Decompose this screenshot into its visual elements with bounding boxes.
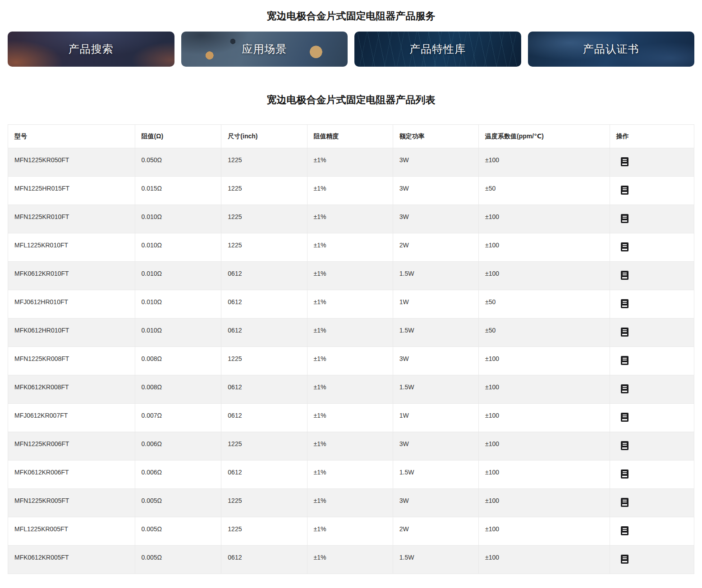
table-row: MFN1225KR050FT0.050Ω1225±1%3W±100 [8, 148, 694, 177]
table-row: MFN1225KR006FT0.006Ω1225±1%3W±100 [8, 432, 694, 460]
resistance-cell: 0.010Ω [135, 233, 221, 262]
table-row: MFN1225KR008FT0.008Ω1225±1%3W±100 [8, 347, 694, 375]
document-list-icon [621, 299, 629, 308]
document-list-icon [621, 214, 629, 223]
power-cell: 1W [393, 404, 478, 432]
precision-cell: ±1% [307, 319, 393, 347]
document-list-icon [621, 526, 629, 535]
nav-card-product-characteristics-library[interactable]: 产品特性库 [354, 32, 521, 67]
action-cell [610, 290, 694, 319]
view-detail-button[interactable] [621, 157, 629, 166]
power-cell: 1.5W [393, 460, 478, 489]
action-cell [610, 404, 694, 432]
view-detail-button[interactable] [621, 498, 629, 507]
tcr-cell: ±100 [479, 375, 610, 404]
action-cell [610, 517, 694, 546]
resistance-cell: 0.005Ω [135, 517, 221, 546]
table-row: MFK0612KR006FT0.006Ω0612±1%1.5W±100 [8, 460, 694, 489]
model-cell: MFK0612KR008FT [8, 375, 135, 404]
nav-card-application-scenarios[interactable]: 应用场景 [181, 32, 348, 67]
model-cell: MFL1225KR005FT [8, 517, 135, 546]
page-title: 宽边电极合金片式固定电阻器产品服务 [8, 0, 694, 23]
model-cell: MFJ0612HR010FT [8, 290, 135, 319]
col-header-action: 操作 [610, 125, 694, 148]
tcr-cell: ±100 [479, 432, 610, 460]
size-cell: 1225 [221, 177, 307, 205]
model-cell: MFN1225HR015FT [8, 177, 135, 205]
tcr-cell: ±100 [479, 517, 610, 546]
resistance-cell: 0.050Ω [135, 148, 221, 177]
view-detail-button[interactable] [621, 441, 629, 450]
document-list-icon [621, 469, 629, 479]
power-cell: 3W [393, 148, 478, 177]
table-row: MFK0612KR005FT0.005Ω0612±1%1.5W±100 [8, 546, 694, 574]
view-detail-button[interactable] [621, 186, 629, 195]
view-detail-button[interactable] [621, 356, 629, 365]
document-list-icon [621, 157, 629, 166]
model-cell: MFN1225KR010FT [8, 205, 135, 233]
action-cell [610, 262, 694, 290]
col-header-model: 型号 [8, 125, 135, 148]
nav-card-product-search[interactable]: 产品搜索 [8, 32, 174, 67]
size-cell: 1225 [221, 148, 307, 177]
nav-card-label: 应用场景 [242, 42, 287, 56]
view-detail-button[interactable] [621, 555, 629, 564]
precision-cell: ±1% [307, 517, 393, 546]
table-row: MFJ0612HR010FT0.010Ω0612±1%1W±50 [8, 290, 694, 319]
precision-cell: ±1% [307, 375, 393, 404]
table-row: MFN1225KR005FT0.005Ω1225±1%3W±100 [8, 489, 694, 517]
nav-card-row: 产品搜索 应用场景 产品特性库 产品认证书 [8, 32, 694, 67]
model-cell: MFJ0612KR007FT [8, 404, 135, 432]
view-detail-button[interactable] [621, 214, 629, 223]
view-detail-button[interactable] [621, 271, 629, 280]
size-cell: 0612 [221, 262, 307, 290]
tcr-cell: ±100 [479, 460, 610, 489]
action-cell [610, 205, 694, 233]
resistance-cell: 0.006Ω [135, 432, 221, 460]
view-detail-button[interactable] [621, 299, 629, 308]
action-cell [610, 546, 694, 574]
model-cell: MFN1225KR008FT [8, 347, 135, 375]
resistance-cell: 0.010Ω [135, 262, 221, 290]
size-cell: 1225 [221, 205, 307, 233]
resistance-cell: 0.007Ω [135, 404, 221, 432]
size-cell: 1225 [221, 347, 307, 375]
view-detail-button[interactable] [621, 469, 629, 479]
resistance-cell: 0.015Ω [135, 177, 221, 205]
table-row: MFN1225HR015FT0.015Ω1225±1%3W±50 [8, 177, 694, 205]
precision-cell: ±1% [307, 262, 393, 290]
tcr-cell: ±100 [479, 148, 610, 177]
precision-cell: ±1% [307, 546, 393, 574]
view-detail-button[interactable] [621, 328, 629, 337]
precision-cell: ±1% [307, 489, 393, 517]
document-list-icon [621, 186, 629, 195]
view-detail-button[interactable] [621, 384, 629, 393]
model-cell: MFL1225KR010FT [8, 233, 135, 262]
view-detail-button[interactable] [621, 413, 629, 422]
size-cell: 0612 [221, 319, 307, 347]
view-detail-button[interactable] [621, 526, 629, 535]
col-header-power: 额定功率 [393, 125, 478, 148]
document-list-icon [621, 555, 629, 564]
tcr-cell: ±100 [479, 262, 610, 290]
action-cell [610, 432, 694, 460]
action-cell [610, 460, 694, 489]
precision-cell: ±1% [307, 177, 393, 205]
size-cell: 1225 [221, 432, 307, 460]
nav-card-label: 产品搜索 [69, 42, 114, 56]
power-cell: 3W [393, 347, 478, 375]
power-cell: 1W [393, 290, 478, 319]
power-cell: 1.5W [393, 319, 478, 347]
document-list-icon [621, 328, 629, 337]
tcr-cell: ±50 [479, 177, 610, 205]
resistance-cell: 0.008Ω [135, 347, 221, 375]
power-cell: 1.5W [393, 262, 478, 290]
view-detail-button[interactable] [621, 242, 629, 251]
table-row: MFL1225KR010FT0.010Ω1225±1%2W±100 [8, 233, 694, 262]
nav-card-product-certificates[interactable]: 产品认证书 [528, 32, 695, 67]
power-cell: 1.5W [393, 375, 478, 404]
document-list-icon [621, 271, 629, 280]
action-cell [610, 347, 694, 375]
product-table-body: MFN1225KR050FT0.050Ω1225±1%3W±100MFN1225… [8, 148, 694, 574]
col-header-resistance: 阻值(Ω) [135, 125, 221, 148]
